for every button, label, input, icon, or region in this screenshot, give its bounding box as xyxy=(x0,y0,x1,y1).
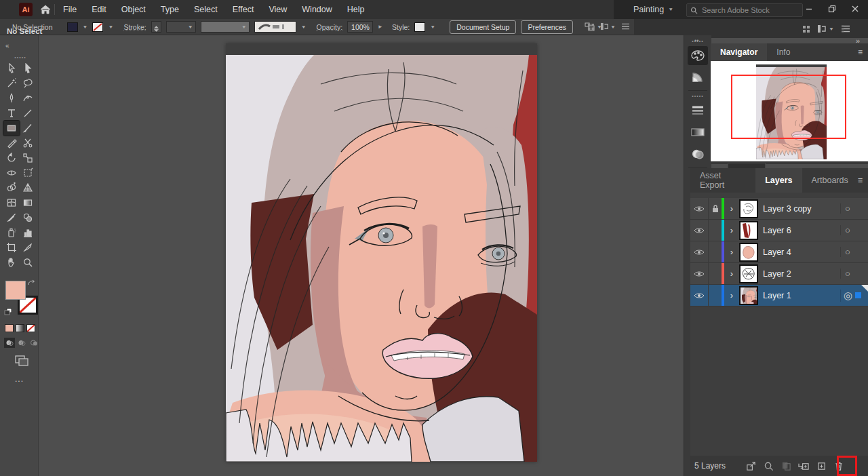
blend-tool[interactable] xyxy=(20,210,36,225)
restore-button[interactable] xyxy=(821,0,844,18)
menu-select[interactable]: Select xyxy=(186,5,225,14)
lock-slot[interactable] xyxy=(708,263,722,284)
stock-search[interactable] xyxy=(686,3,803,17)
shape-builder-tool[interactable] xyxy=(3,180,20,195)
lasso-tool[interactable] xyxy=(20,76,36,91)
layer-name[interactable]: Layer 6 xyxy=(763,226,840,235)
expand-chevron-icon[interactable]: › xyxy=(724,247,739,257)
tab-navigator[interactable]: Navigator xyxy=(711,43,767,61)
lock-slot[interactable] xyxy=(708,241,722,262)
target-circle-icon[interactable]: ○ xyxy=(840,225,868,235)
visibility-eye-icon[interactable] xyxy=(690,227,708,234)
list-icon[interactable] xyxy=(841,25,850,33)
layer-row[interactable]: › Layer 6 ○ xyxy=(690,220,868,241)
target-selected-icon[interactable]: ◎ xyxy=(841,290,852,302)
arrange-documents-icon[interactable] xyxy=(817,24,827,33)
perspective-grid-tool[interactable] xyxy=(20,180,36,195)
variable-width-profile-dropdown[interactable]: ▼ xyxy=(201,21,250,33)
navigator-proxy-view[interactable] xyxy=(731,75,846,139)
line-segment-tool[interactable] xyxy=(20,106,36,121)
eyedropper-tool[interactable] xyxy=(3,210,20,225)
list-icon[interactable] xyxy=(621,23,630,30)
artboard[interactable] xyxy=(226,43,537,462)
workspace-switcher[interactable]: Painting▼ xyxy=(628,0,679,19)
document-setup-button[interactable]: Document Setup xyxy=(450,20,516,34)
grid-icon[interactable] xyxy=(802,25,810,33)
visibility-eye-icon[interactable] xyxy=(690,271,708,277)
fill-indicator[interactable] xyxy=(5,281,26,300)
close-button[interactable] xyxy=(844,0,867,18)
layer-name[interactable]: Layer 4 xyxy=(763,247,840,257)
selection-color-square[interactable] xyxy=(855,292,861,298)
layer-thumbnail[interactable] xyxy=(739,243,758,262)
selection-tool[interactable] xyxy=(3,61,20,76)
panel-menu-icon[interactable]: ≡ xyxy=(858,176,863,185)
curvature-tool[interactable] xyxy=(20,91,36,106)
dock-grip[interactable]: •• xyxy=(694,37,698,44)
graphic-style-swatch[interactable] xyxy=(414,22,425,32)
rotate-tool[interactable] xyxy=(3,151,20,165)
lock-slot[interactable] xyxy=(708,285,722,306)
layer-row[interactable]: › Layer 3 copy ○ xyxy=(690,198,868,220)
stroke-weight-dropdown[interactable]: ▼ xyxy=(166,21,196,33)
grid-icon[interactable] xyxy=(587,23,595,31)
layer-name[interactable]: Layer 3 copy xyxy=(763,204,840,214)
color-button[interactable] xyxy=(5,324,14,332)
slice-tool[interactable] xyxy=(20,240,36,255)
expand-chevron-icon[interactable]: › xyxy=(724,203,739,214)
pen-tool[interactable] xyxy=(3,91,20,106)
paintbrush-tool[interactable] xyxy=(20,121,36,136)
chevron-down-icon[interactable]: ▼ xyxy=(83,24,88,29)
layer-name[interactable]: Layer 2 xyxy=(763,269,840,279)
visibility-eye-icon[interactable] xyxy=(690,292,708,299)
scissors-tool[interactable] xyxy=(20,136,36,151)
opacity-value[interactable]: 100% xyxy=(347,21,373,33)
draw-behind-icon[interactable] xyxy=(16,338,27,348)
color-guide-panel-icon[interactable] xyxy=(688,68,708,87)
type-tool[interactable] xyxy=(3,106,20,121)
menu-view[interactable]: View xyxy=(261,5,294,14)
direct-selection-tool[interactable] xyxy=(20,61,36,76)
rectangle-tool[interactable] xyxy=(3,121,20,136)
visibility-eye-icon[interactable] xyxy=(690,205,708,212)
menu-object[interactable]: Object xyxy=(114,5,153,14)
navigator-preview[interactable] xyxy=(711,61,868,161)
visibility-eye-icon[interactable] xyxy=(690,249,708,256)
draw-inside-icon[interactable] xyxy=(28,338,39,348)
chevron-right-icon[interactable]: ▼ xyxy=(378,24,384,30)
lock-icon[interactable] xyxy=(708,198,722,219)
column-graph-tool[interactable] xyxy=(20,225,36,240)
gradient-tool[interactable] xyxy=(20,195,36,210)
layer-thumbnail[interactable] xyxy=(739,221,758,240)
zoom-tool[interactable] xyxy=(20,255,36,270)
strip-grip[interactable]: ••••• xyxy=(684,94,711,98)
lock-slot[interactable] xyxy=(708,220,722,241)
chevron-down-icon[interactable]: ▼ xyxy=(301,24,307,29)
menu-effect[interactable]: Effect xyxy=(225,5,262,14)
default-fill-stroke-icon[interactable] xyxy=(4,308,12,315)
layer-name[interactable]: Layer 1 xyxy=(763,291,840,300)
search-input[interactable] xyxy=(701,5,785,15)
expand-chevron-icon[interactable]: › xyxy=(724,225,739,235)
swap-fill-stroke-icon[interactable] xyxy=(27,279,35,286)
scale-tool[interactable] xyxy=(20,151,36,165)
make-clipping-mask-icon[interactable] xyxy=(777,461,795,471)
gradient-button[interactable] xyxy=(16,324,24,332)
hand-tool[interactable] xyxy=(3,255,20,270)
toolbar-grip[interactable]: ••••• xyxy=(12,56,28,60)
layer-thumbnail[interactable] xyxy=(739,286,758,305)
menu-file[interactable]: File xyxy=(56,5,84,14)
stroke-weight-label[interactable]: Stroke: xyxy=(123,23,146,31)
layer-row[interactable]: › Layer 2 ○ xyxy=(690,263,868,285)
locate-object-icon[interactable] xyxy=(760,461,777,471)
target-circle-icon[interactable]: ○ xyxy=(840,269,868,279)
stroke-panel-icon[interactable] xyxy=(688,101,708,120)
menu-edit[interactable]: Edit xyxy=(84,5,114,14)
collapse-chevrons-icon[interactable]: « xyxy=(5,42,9,49)
tab-info[interactable]: Info xyxy=(767,43,800,61)
new-sublayer-icon[interactable] xyxy=(795,461,812,471)
panel-menu-icon[interactable]: ≡ xyxy=(858,47,863,57)
layer-thumbnail[interactable] xyxy=(739,264,758,283)
menu-type[interactable]: Type xyxy=(153,5,186,14)
brush-definition-dropdown[interactable] xyxy=(254,21,296,33)
